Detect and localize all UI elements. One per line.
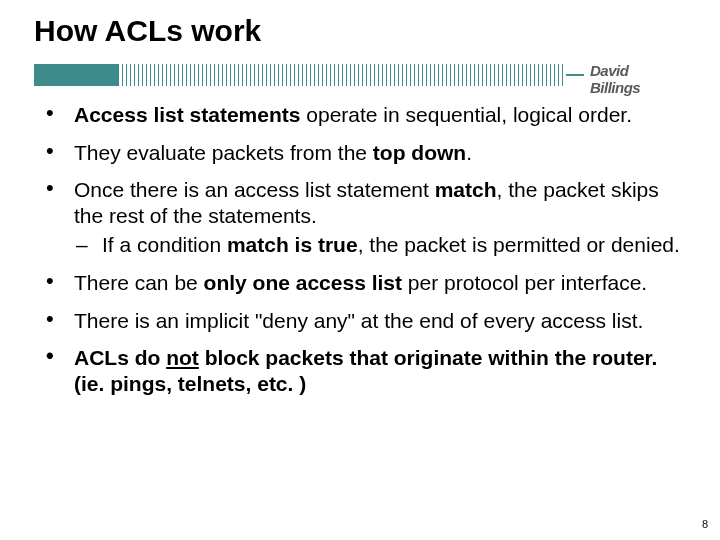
separator-stripes (118, 64, 566, 86)
slide-title: How ACLs work (34, 14, 261, 48)
text: There can be (74, 271, 204, 294)
separator-bar: David Billings (34, 64, 686, 86)
text: not (166, 346, 199, 369)
author-label: David Billings (584, 62, 686, 96)
text: , the packet is permitted or denied. (358, 233, 680, 256)
text: ACLs do (74, 346, 166, 369)
slide: How ACLs work David Billings Access list… (0, 0, 720, 540)
text: If a condition (102, 233, 227, 256)
text: operate in sequential, logical order. (300, 103, 632, 126)
bullet-4: There can be only one access list per pr… (40, 270, 690, 296)
bullet-3-sub: If a condition match is true, the packet… (74, 232, 690, 258)
text: Once there is an access list statement (74, 178, 435, 201)
text: They evaluate packets from the (74, 141, 373, 164)
text: There is an implicit "deny any" at the e… (74, 309, 643, 332)
text: top down (373, 141, 466, 164)
bullet-3: Once there is an access list statement m… (40, 177, 690, 258)
text: . (466, 141, 472, 164)
page-number: 8 (702, 518, 708, 530)
text: Access list statements (74, 103, 300, 126)
bullet-6: ACLs do not block packets that originate… (40, 345, 690, 396)
text: match (435, 178, 497, 201)
text: only one access list (204, 271, 402, 294)
bullet-5: There is an implicit "deny any" at the e… (40, 308, 690, 334)
bullet-2: They evaluate packets from the top down. (40, 140, 690, 166)
text: match is true (227, 233, 358, 256)
separator-solid (34, 64, 118, 86)
slide-body: Access list statements operate in sequen… (40, 102, 690, 408)
text: per protocol per interface. (402, 271, 647, 294)
bullet-1: Access list statements operate in sequen… (40, 102, 690, 128)
